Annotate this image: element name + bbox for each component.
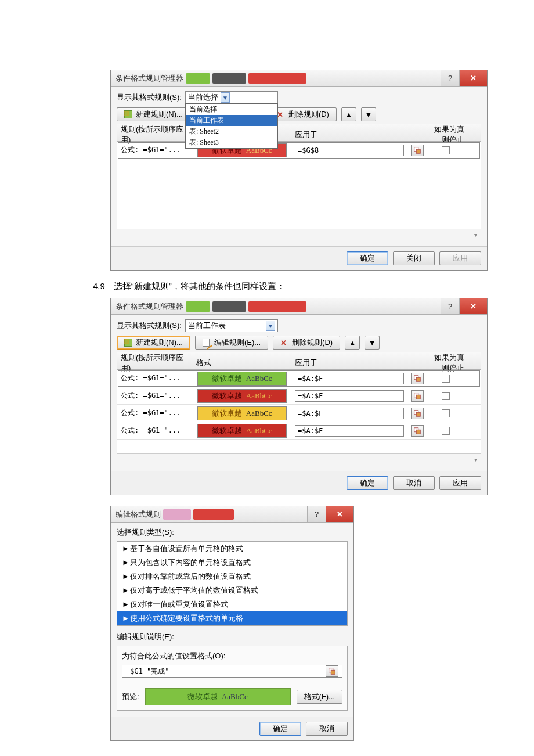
rule-row[interactable]: 公式: =$G1="... 微软卓越 AaBbCc =$A:$F [117,405,481,422]
rule-type-option[interactable]: ►仅对唯一值或重复值设置格式 [117,597,347,611]
range-picker-button[interactable] [411,425,424,437]
close-button[interactable]: ✕ [459,70,487,86]
combo-value: 当前工作表 [188,321,226,331]
applies-to-input[interactable]: =$A:$F [295,373,404,384]
dialog-title: 条件格式规则管理器 [111,73,183,84]
ok-button[interactable]: 确定 [347,476,388,490]
edit-rule-button[interactable]: 编辑规则(E)... [195,336,268,350]
rule-type-option[interactable]: ►只为包含以下内容的单元格设置格式 [117,556,347,570]
combo-value: 当前选择 [188,92,218,103]
select-rule-type-label: 选择规则类型(S): [117,527,174,538]
button-label: 编辑规则(E)... [214,337,261,348]
rule-type-option[interactable]: ►仅对高于或低于平均值的数值设置格式 [117,584,347,597]
delete-rule-button[interactable]: ✕ 删除规则(D) [273,336,340,350]
rule-row[interactable]: 公式: =$G1="... 微软卓越 AaBbCc =$A:$F [117,422,481,440]
move-up-button[interactable]: ▲ [345,336,360,350]
title-smudge [248,73,306,84]
formula-input[interactable]: =$G1="完成" [122,665,342,678]
edit-rule-icon [203,339,211,347]
close-button[interactable]: ✕ [459,298,487,314]
title-smudge [193,509,234,520]
rule-formula: 公式: =$G1="... [117,373,193,383]
rule-row[interactable]: 公式: =$G1="... 微软卓越 AaBbCc =$A:$F [117,387,481,405]
combo-option[interactable]: 表: Sheet3 [186,137,277,148]
col-rule: 规则(按所示顺序应用) [117,352,193,373]
titlebar: 条件格式规则管理器 ? ✕ [111,70,487,87]
applies-to-input[interactable]: =$A:$F [295,425,404,437]
format-preview: 微软卓越 AaBbCc [197,424,287,438]
cancel-button[interactable]: 取消 [393,476,435,490]
rule-type-option[interactable]: ►基于各自值设置所有单元格的格式 [117,542,347,556]
delete-icon: ✕ [280,339,288,347]
title-smudge [186,301,210,312]
combo-option[interactable]: 当前工作表 [186,115,277,126]
edit-rule-desc-label: 编辑规则说明(E): [117,632,174,642]
rule-type-option[interactable]: ►使用公式确定要设置格式的单元格 [117,611,347,625]
col-applies: 应用于 [291,129,407,140]
show-rules-label: 显示其格式规则(S): [117,321,182,331]
rule-formula: 公式: =$G1="... [117,408,193,418]
move-down-button[interactable]: ▼ [361,107,376,121]
move-up-button[interactable]: ▲ [341,107,356,121]
move-down-button[interactable]: ▼ [365,336,380,350]
applies-to-input[interactable]: =$A:$F [295,390,404,402]
help-button[interactable]: ? [307,506,326,522]
svg-rect-1 [416,149,420,153]
stop-if-true-checkbox[interactable] [442,392,450,400]
step-caption: 4.9 选择“新建规则”，将其他的条件也同样设置： [93,281,534,292]
new-rule-icon [124,339,132,347]
delete-rule-button[interactable]: ✕ 删除规则(D) [269,107,337,121]
titlebar: 条件格式规则管理器 ? ✕ [111,298,487,315]
range-picker-button[interactable] [411,373,424,384]
range-picker-button[interactable] [411,408,424,419]
rule-type-list: ►基于各自值设置所有单元格的格式 ►只为包含以下内容的单元格设置格式 ►仅对排名… [117,541,348,626]
applies-to-input[interactable]: =$G$8 [295,145,404,156]
stop-if-true-checkbox[interactable] [442,146,450,154]
rule-type-option[interactable]: ►仅对排名靠前或靠后的数值设置格式 [117,570,347,584]
title-smudge [186,73,210,84]
apply-button[interactable]: 应用 [439,476,481,490]
stop-if-true-checkbox[interactable] [442,375,450,383]
title-smudge [212,301,246,312]
ok-button[interactable]: 确定 [259,722,301,736]
rules-grid: 规则(按所示顺序应用) 格式 应用于 如果为真则停止 公式: =$G1="...… [117,352,481,465]
close-footer-button[interactable]: 关闭 [393,251,435,265]
format-preview: 微软卓越 AaBbCc [197,372,287,386]
dialog-title: 条件格式规则管理器 [111,301,183,312]
col-applies: 应用于 [291,358,407,368]
range-picker-button[interactable] [411,390,424,402]
show-rules-dropdown: 当前选择 当前工作表 表: Sheet2 表: Sheet3 [185,103,278,149]
cancel-button[interactable]: 取消 [306,722,348,736]
stop-if-true-checkbox[interactable] [442,409,450,417]
scroll-down-icon[interactable]: ▾ [471,231,479,239]
button-label: 删除规则(D) [292,337,333,348]
button-label: 新建规则(N)... [136,337,183,348]
ok-button[interactable]: 确定 [347,251,388,265]
svg-rect-11 [331,670,335,674]
svg-rect-5 [416,395,420,399]
col-rule: 规则(按所示顺序应用) [117,124,193,145]
show-rules-combo[interactable]: 当前工作表 ▼ [185,319,278,332]
new-rule-button[interactable]: 新建规则(N)... [117,107,190,121]
range-picker-button[interactable] [411,145,424,156]
col-format: 格式 [193,358,291,368]
cf-manager-dialog-2: 条件格式规则管理器 ? ✕ 显示其格式规则(S): 当前工作表 ▼ [110,298,488,495]
close-button[interactable]: ✕ [326,506,353,522]
help-button[interactable]: ? [441,70,459,86]
combo-option[interactable]: 当前选择 [186,104,277,115]
range-picker-button[interactable] [326,665,338,677]
title-smudge [248,301,306,312]
formula-label: 为符合此公式的值设置格式(O): [122,651,342,661]
combo-option[interactable]: 表: Sheet2 [186,126,277,137]
help-button[interactable]: ? [441,298,459,314]
col-stop: 如果为真则停止 [427,124,474,145]
dialog-title: 编辑格式规则 [111,509,161,520]
stop-if-true-checkbox[interactable] [442,427,450,435]
new-rule-button[interactable]: 新建规则(N)... [117,336,190,350]
applies-to-input[interactable]: =$A:$F [295,408,404,419]
show-rules-combo[interactable]: 当前选择 ▼ 当前选择 当前工作表 表: Sheet2 表: Sheet3 [185,91,278,104]
apply-button[interactable]: 应用 [439,251,481,265]
scroll-down-icon[interactable]: ▾ [471,455,479,463]
format-button[interactable]: 格式(F)... [297,690,342,704]
format-preview: 微软卓越 AaBbCc [145,688,291,705]
